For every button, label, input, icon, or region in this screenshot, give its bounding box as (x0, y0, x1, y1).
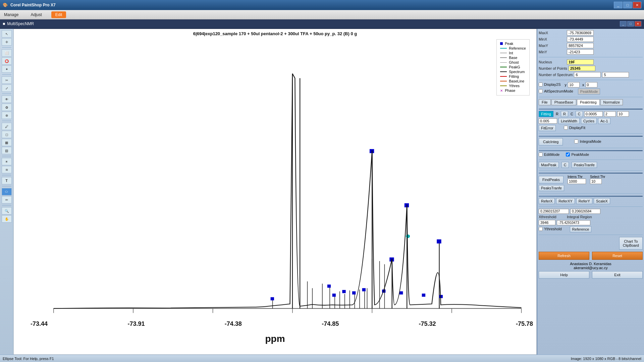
refresh-button[interactable]: Refresh (539, 252, 589, 260)
num-spectrum-value1: 6 (574, 72, 601, 77)
maxX-row: MaxX -75.78360869 (539, 30, 643, 36)
scalex-button[interactable]: ScaleX (594, 198, 610, 204)
help-button[interactable]: Help (539, 271, 589, 279)
c-btn-maxpeak[interactable]: C (561, 162, 569, 168)
inner-minimize[interactable]: _ (620, 21, 627, 26)
displayfit-checkbox[interactable] (564, 126, 568, 130)
editmode-checkbox[interactable] (539, 153, 543, 157)
tool-pen[interactable]: ✏ (2, 196, 12, 203)
fit-error-input[interactable] (539, 118, 557, 124)
intens-thr-input[interactable] (568, 179, 586, 184)
maxpeak-button[interactable]: MaxPeak (539, 162, 559, 168)
tool-straighten[interactable]: ⤢ (2, 84, 12, 92)
tool-clone[interactable]: ✿ (2, 104, 12, 111)
legend-base-label: Base (509, 56, 517, 60)
tool-eraser[interactable]: ◻ (2, 131, 12, 138)
display2s-checkbox[interactable] (539, 82, 543, 86)
display2s-check[interactable]: Display2S (539, 82, 561, 86)
tool-crop[interactable]: ✂ (2, 76, 12, 84)
inner-window-controls[interactable]: _ □ ✕ (620, 21, 641, 26)
allspectrum-checkbox[interactable] (539, 89, 543, 93)
tab-phasebase[interactable]: PhaseBase (551, 99, 576, 105)
tool-magic[interactable]: ✦ (2, 65, 12, 73)
peakstranfe2-row: PeaksTranfe (539, 185, 643, 191)
displayfit-check[interactable]: DisplayFit (564, 126, 585, 130)
fit-value3-input[interactable] (617, 111, 629, 117)
tool-ellipse[interactable]: ⬭ (2, 188, 12, 195)
minimize-button[interactable]: _ (614, 2, 623, 8)
menu-adjust[interactable]: Adjust (28, 12, 44, 18)
y-input[interactable] (568, 82, 580, 87)
peakmode2-checkbox[interactable] (566, 153, 570, 157)
peakstranfe2-button[interactable]: PeaksTranfe (539, 185, 564, 191)
tool-zoom[interactable]: 🔍 (2, 207, 12, 215)
fitting-button[interactable]: Fitting (539, 111, 553, 117)
title-bar-controls[interactable]: _ □ ✕ (614, 2, 641, 8)
ythreshold-check[interactable]: Ythreshold (539, 227, 562, 231)
ythreshold-checkbox[interactable] (539, 227, 543, 231)
findpeaks-button[interactable]: FindPeaks (539, 176, 564, 183)
tool-lasso[interactable]: ⭕ (2, 57, 12, 65)
maximize-button[interactable]: □ (623, 2, 632, 8)
referx-button[interactable]: ReferX (539, 198, 555, 204)
peak-marker-6 (332, 294, 336, 297)
editmode-check[interactable]: EditMode (539, 153, 559, 157)
reset-button[interactable]: Reset (592, 252, 643, 260)
title-bar-left: 🎨 Corel PaintShop Pro X7 (3, 3, 56, 7)
integral-region-label: Integral Region (567, 215, 594, 219)
menu-edit[interactable]: Edit (51, 11, 66, 18)
tool-heal[interactable]: ⊕ (2, 112, 12, 119)
peakmode-button[interactable]: PeakMode (578, 88, 600, 95)
tool-pan[interactable]: ✋ (2, 215, 12, 223)
menu-manage[interactable]: Manage (1, 12, 21, 18)
peakmode2-check[interactable]: PeakMode (566, 153, 589, 157)
fit-value2-input[interactable] (604, 111, 616, 117)
tab-normalize[interactable]: Normalize (600, 99, 623, 105)
integralmode-check[interactable]: IntegralMode (574, 139, 601, 143)
inner-maximize[interactable]: □ (627, 21, 634, 26)
tab-file[interactable]: File (539, 99, 551, 105)
ac1-button[interactable]: Ac-1 (598, 118, 610, 124)
maxX-label: MaxX (539, 31, 566, 35)
refery-button[interactable]: ReferY (576, 198, 592, 204)
tool-text[interactable]: T (2, 177, 12, 184)
fit-value1-input[interactable] (584, 111, 603, 117)
legend-fitting-icon (500, 76, 507, 77)
tool-brush[interactable]: 🖊 (2, 123, 12, 130)
r-button[interactable]: R (561, 111, 568, 117)
c-button-fitting[interactable]: C (576, 111, 583, 117)
linewidth-button[interactable]: LineWidth (558, 118, 580, 124)
minX-value: -73.4449 (567, 37, 594, 42)
num-points-label: Number of Points (539, 66, 567, 70)
tool-select[interactable]: ⬜ (2, 49, 12, 57)
tool-fill[interactable]: ▦ (2, 139, 12, 146)
tab-peakinteg[interactable]: PeakInteg (577, 99, 600, 105)
x-label: x (582, 83, 584, 87)
allspectrum-check[interactable]: AllSpectrumMode (539, 89, 573, 93)
legend-phase-icon: ✕ (500, 89, 503, 93)
close-button[interactable]: ✕ (633, 2, 641, 8)
select-thr-group: Select Thr (590, 175, 605, 184)
select-thr-input[interactable] (590, 179, 602, 184)
num-spectrum-label: Number of Spectrum (539, 73, 573, 77)
fiterror-button[interactable]: FitError (539, 125, 556, 131)
tool-move[interactable]: ✛ (2, 38, 12, 46)
exit-button[interactable]: Exit (592, 271, 643, 279)
minY-value: -21423 (567, 49, 594, 55)
ppm-label: ppm (265, 334, 285, 344)
peakstranfe-button[interactable]: PeaksTranfe (572, 162, 597, 168)
tool-redeye[interactable]: 👁 (2, 96, 12, 103)
calcinteg-button[interactable]: CalcInteg (539, 138, 563, 145)
cycles-button[interactable]: Cycles (581, 118, 597, 124)
x-input[interactable] (586, 82, 597, 87)
tool-dodge[interactable]: ☀ (2, 158, 12, 165)
tool-arrow[interactable]: ↖ (2, 30, 12, 38)
inner-close[interactable]: ✕ (635, 21, 641, 26)
integralmode-checkbox[interactable] (574, 139, 578, 143)
allspectrum-label: AllSpectrumMode (544, 89, 573, 93)
tool-gradient[interactable]: ▧ (2, 147, 12, 154)
chart-clipboard-button[interactable]: Chart To ClipBoard (619, 237, 643, 250)
tool-smudge[interactable]: ≋ (2, 166, 12, 173)
referxy-button[interactable]: ReferXY (556, 198, 575, 204)
reference-button[interactable]: Reference (570, 226, 592, 232)
